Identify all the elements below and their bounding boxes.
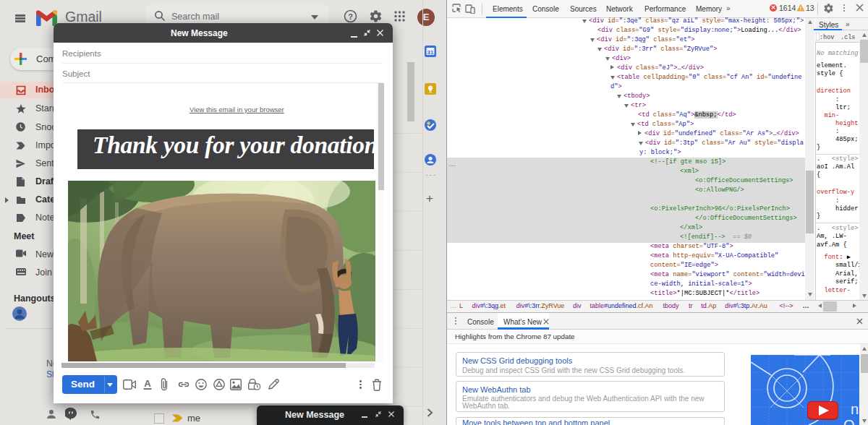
svg-text:n: n (851, 401, 859, 417)
svg-text:A: A (144, 379, 151, 389)
svg-text:31: 31 (427, 49, 434, 56)
svg-text:!: ! (800, 6, 801, 11)
svg-text:O: O (843, 417, 855, 425)
svg-text:?: ? (348, 12, 353, 21)
